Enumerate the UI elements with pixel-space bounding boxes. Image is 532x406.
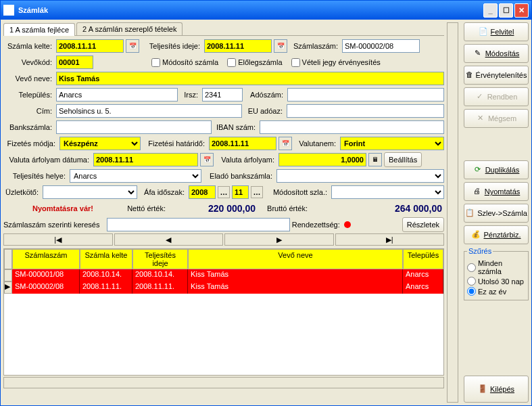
checkbox-veteli-jegy[interactable]: Vételi jegy érvényesítés — [291, 58, 381, 67]
label-valuta-arfolyam: Valuta árfolyam: — [216, 156, 276, 164]
cancel-icon: ✕ — [476, 114, 485, 123]
input-vevokod[interactable] — [56, 55, 93, 69]
input-valuta-arfolyam[interactable] — [279, 153, 366, 166]
select-elado-bankszamla[interactable] — [276, 169, 444, 183]
nav-last-button[interactable]: ▶| — [335, 233, 445, 246]
print-icon: 🖨 — [473, 187, 482, 196]
input-szamlaszam[interactable] — [342, 39, 420, 53]
label-valutanem: Valutanem: — [294, 139, 338, 148]
filter-group: Szűrés Minden számla Utolsó 30 nap Ez az… — [464, 247, 529, 300]
button-kilepes[interactable]: 🚪Kilépés — [464, 376, 529, 403]
window-title: Számlák — [18, 6, 48, 14]
tab-header[interactable]: 1 A számla fejléce — [3, 23, 75, 36]
input-telepules[interactable] — [56, 88, 178, 102]
maximize-button[interactable]: ☐ — [499, 3, 513, 18]
minimize-button[interactable]: _ — [483, 3, 498, 18]
col-kelte[interactable]: Számla kelte — [80, 249, 132, 269]
nav-first-button[interactable]: |◀ — [3, 233, 113, 246]
input-afa-ev[interactable] — [189, 185, 216, 199]
label-uzletkoto: Üzletkötő: — [3, 188, 41, 196]
col-teljesites[interactable]: Teljesítés ideje — [132, 249, 188, 269]
button-modositas[interactable]: ✎Módosítás — [464, 44, 529, 63]
tab-items[interactable]: 2 A számlán szereplő tételek — [76, 22, 183, 35]
ellipsis-button[interactable]: … — [251, 186, 263, 198]
label-vevokod: Vevőkód: — [3, 58, 54, 66]
label-vevo-neve: Vevő neve: — [3, 74, 54, 83]
value-brutto: 264 000,00 — [310, 203, 442, 214]
table-row[interactable]: ▶ SM-000002/08 2008.11.11. 2008.11.11. K… — [4, 281, 443, 294]
input-adoszam[interactable] — [287, 88, 444, 102]
button-nyomtatas[interactable]: 🖨Nyomtatás — [464, 182, 529, 201]
invoice-grid: Számlaszám Számla kelte Teljesítés ideje… — [3, 248, 444, 376]
button-megsem: ✕Mégsem — [464, 109, 529, 128]
label-afa-idoszak: Áfa időszak: — [139, 188, 187, 196]
button-reszletek[interactable]: Részletek — [402, 217, 444, 232]
button-penztarbiz[interactable]: 💰Pénztárbiz. — [464, 225, 529, 244]
exit-icon: 🚪 — [478, 384, 487, 394]
vertical-scrollbar[interactable] — [447, 22, 458, 403]
input-bankszamla[interactable] — [56, 120, 212, 134]
select-teljesites-helye[interactable]: Anarcs — [70, 169, 201, 183]
tab-strip: 1 A számla fejléce 2 A számlán szereplő … — [3, 22, 444, 36]
radio-30nap[interactable]: Utolsó 30 nap — [467, 277, 525, 286]
button-beallitas[interactable]: Beállítás — [384, 152, 422, 167]
label-eu-adoaz: EU adóaz: — [244, 107, 285, 115]
label-szamla-kelte: Számla kelte: — [3, 42, 54, 50]
col-telepules[interactable]: Település — [403, 249, 443, 269]
select-valutanem[interactable]: Forint — [340, 137, 444, 150]
horizontal-scrollbar[interactable] — [3, 377, 444, 388]
datepicker-icon[interactable]: 📅 — [200, 153, 214, 166]
label-brutto: Bruttó érték: — [256, 204, 310, 212]
input-cim[interactable] — [56, 104, 242, 118]
ellipsis-button[interactable]: … — [218, 186, 230, 198]
input-afa-ho[interactable] — [232, 185, 249, 199]
sort-indicator-icon — [344, 221, 351, 228]
label-iban: IBAN szám: — [214, 123, 258, 131]
input-kereses[interactable] — [107, 218, 290, 231]
label-teljesites-helye: Teljesítés helye: — [3, 172, 68, 180]
input-iban[interactable] — [260, 120, 444, 134]
close-button[interactable]: ✕ — [514, 3, 529, 18]
check-icon: ✓ — [475, 92, 485, 102]
input-irsz[interactable] — [202, 88, 243, 102]
button-duplikalas[interactable]: ⟳Duplikálás — [464, 160, 529, 179]
label-irsz: Irsz: — [180, 91, 200, 99]
row-marker-header — [4, 249, 12, 269]
label-teljesites-ideje: Teljesítés ideje: — [141, 42, 202, 50]
datepicker-icon[interactable]: 📅 — [279, 137, 292, 150]
select-modositott-szla[interactable] — [331, 185, 444, 199]
input-teljesites-ideje[interactable] — [204, 39, 272, 53]
datepicker-icon[interactable]: 📅 — [274, 39, 287, 53]
input-szamla-kelte[interactable] — [56, 39, 124, 53]
radio-minden[interactable]: Minden számla — [467, 259, 525, 275]
select-uzletkoto[interactable] — [43, 185, 137, 199]
input-fizetesi-hatarido[interactable] — [209, 137, 276, 150]
table-row[interactable]: SM-000001/08 2008.10.14. 2008.10.14. Kis… — [4, 269, 443, 281]
button-szlev-szamla[interactable]: 📋Szlev->Számla — [464, 204, 529, 223]
button-ervenytelenites[interactable]: 🗑Érvénytelenítés — [464, 66, 529, 85]
input-eu-adoaz[interactable] — [287, 104, 444, 118]
status-text: Nyomtatásra vár! — [5, 204, 120, 212]
calc-icon[interactable]: 🖩 — [368, 153, 382, 166]
radio-ezazev[interactable]: Ez az év — [467, 287, 525, 296]
col-szamlaszam[interactable]: Számlaszám — [12, 249, 80, 269]
new-icon: 📄 — [479, 27, 488, 37]
button-felvitel[interactable]: 📄Felvitel — [464, 22, 529, 41]
filter-title: Szűrés — [467, 247, 493, 255]
titlebar: Számlák _ ☐ ✕ — [1, 1, 531, 20]
label-kereses: Számlaszám szerinti keresés — [3, 221, 105, 229]
select-fizetes-modja[interactable]: Készpénz — [59, 137, 141, 150]
row-marker-current: ▶ — [4, 281, 12, 294]
label-rendezettseg: Rendezettség: — [292, 221, 342, 229]
label-fizetes-modja: Fizetés módja: — [3, 139, 57, 148]
checkbox-modosito[interactable]: Módosító számla — [151, 58, 218, 67]
input-vevo-neve[interactable] — [56, 72, 444, 85]
checkbox-eloleg[interactable]: Előlegszámla — [227, 58, 282, 67]
label-bankszamla: Bankszámla: — [3, 123, 54, 131]
nav-next-button[interactable]: ▶ — [224, 233, 334, 246]
nav-prev-button[interactable]: ◀ — [114, 233, 224, 246]
input-valuta-arfolyam-datuma[interactable] — [93, 153, 198, 166]
label-cim: Cím: — [3, 107, 54, 115]
datepicker-icon[interactable]: 📅 — [126, 39, 139, 53]
col-vevo[interactable]: Vevő neve — [188, 249, 403, 269]
